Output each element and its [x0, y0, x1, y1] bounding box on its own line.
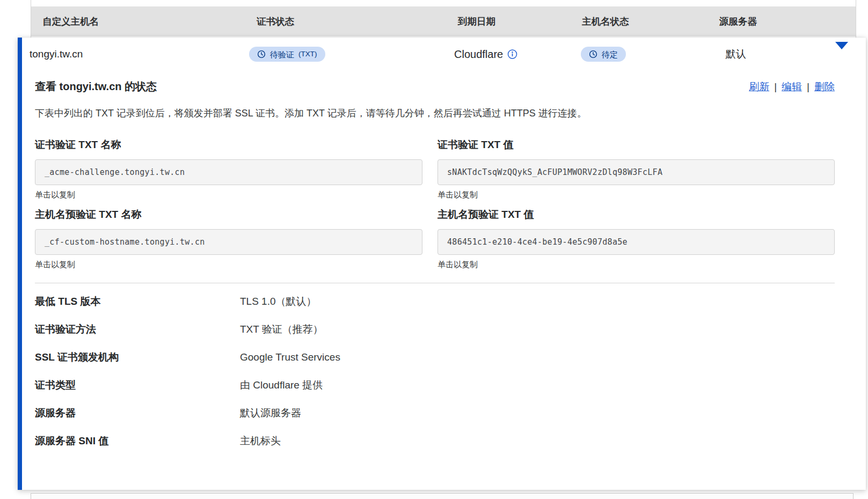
- property-value: 默认源服务器: [240, 406, 835, 420]
- property-label: 源服务器: [35, 406, 240, 420]
- row-actions: 刷新|编辑|删除: [749, 80, 835, 94]
- detail-title: 查看 tongyi.tw.cn 的状态: [35, 79, 157, 94]
- hostname-status-label: 待定: [602, 50, 618, 58]
- next-table-row-edge: [31, 493, 854, 499]
- cert-validation-txt-name-field: 证书验证 TXT 名称 _acme-challenge.tongyi.tw.cn…: [35, 133, 422, 200]
- txt-instructions-text: 下表中列出的 TXT 记录到位后，将颁发并部署 SSL 证书。添加 TXT 记录…: [35, 107, 835, 120]
- cert-status-label: 待验证: [270, 50, 294, 58]
- click-to-copy-hint: 单击以复制: [437, 260, 835, 270]
- click-to-copy-hint: 单击以复制: [35, 190, 422, 200]
- column-header-expiry-date: 到期日期: [458, 15, 495, 28]
- field-label: 证书验证 TXT 名称: [35, 138, 422, 152]
- chevron-down-icon[interactable]: [835, 42, 848, 58]
- cert-status-badge: 待验证 (TXT): [249, 47, 325, 62]
- refresh-link[interactable]: 刷新: [749, 81, 769, 92]
- property-value: 主机标头: [240, 434, 835, 448]
- property-label: 证书类型: [35, 378, 240, 392]
- hostname-preval-txt-value-field: 主机名预验证 TXT 值 486451c1-e210-4ce4-be19-4e5…: [437, 202, 835, 270]
- custom-hostnames-table: 自定义主机名 证书状态 到期日期 主机名状态 源服务器: [31, 0, 856, 38]
- property-row-origin-server: 源服务器 默认源服务器: [35, 399, 835, 427]
- expanded-hostname-row: tongyi.tw.cn 待验证 (TXT) Cloudflare: [18, 38, 866, 490]
- info-icon[interactable]: [507, 49, 517, 60]
- property-value: 由 Cloudflare 提供: [240, 378, 835, 392]
- hostname-value: tongyi.tw.cn: [30, 48, 83, 60]
- hostname-status-badge: 待定: [581, 47, 626, 62]
- cert-validation-txt-value-box[interactable]: sNAKTdcTsqWzQQykS_AcFUP1MWORV2zDlq98W3Fc…: [437, 159, 835, 185]
- column-header-origin-server: 源服务器: [719, 15, 757, 28]
- hostname-preval-txt-value-box[interactable]: 486451c1-e210-4ce4-be19-4e5c907d8a5e: [437, 229, 835, 255]
- cert-validation-txt-value-value: sNAKTdcTsqWzQQykS_AcFUP1MWORV2zDlq98W3Fc…: [447, 167, 662, 177]
- table-header-row: 自定义主机名 证书状态 到期日期 主机名状态 源服务器: [31, 6, 856, 36]
- hostname-preval-txt-name-field: 主机名预验证 TXT 名称 _cf-custom-hostname.tongyi…: [35, 202, 422, 270]
- cert-validation-txt-value-field: 证书验证 TXT 值 sNAKTdcTsqWzQQykS_AcFUP1MWORV…: [437, 133, 835, 200]
- column-header-custom-hostname: 自定义主机名: [42, 15, 99, 28]
- cert-validation-txt-name-box[interactable]: _acme-challenge.tongyi.tw.cn: [35, 159, 422, 185]
- column-header-hostname-status: 主机名状态: [582, 15, 629, 28]
- field-label: 证书验证 TXT 值: [437, 138, 835, 152]
- property-label: 最低 TLS 版本: [35, 295, 240, 309]
- hostname-summary-row: tongyi.tw.cn 待验证 (TXT) Cloudflare: [22, 38, 866, 71]
- edit-link[interactable]: 编辑: [782, 81, 802, 92]
- property-label: 证书验证方法: [35, 322, 240, 336]
- clock-icon: [257, 50, 266, 58]
- click-to-copy-hint: 单击以复制: [437, 190, 835, 200]
- field-label: 主机名预验证 TXT 值: [437, 208, 835, 222]
- property-value: TLS 1.0（默认）: [240, 295, 835, 309]
- cert-validation-txt-name-value: _acme-challenge.tongyi.tw.cn: [45, 167, 185, 177]
- property-label: SSL 证书颁发机构: [35, 350, 240, 364]
- field-label: 主机名预验证 TXT 名称: [35, 208, 422, 222]
- cert-status-method: (TXT): [298, 50, 317, 58]
- column-header-cert-status: 证书状态: [257, 15, 294, 28]
- expiry-value: Cloudflare: [454, 48, 503, 61]
- hostname-preval-txt-name-value: _cf-custom-hostname.tongyi.tw.cn: [45, 237, 205, 247]
- property-value: Google Trust Services: [240, 351, 835, 363]
- hostname-preval-txt-name-box[interactable]: _cf-custom-hostname.tongyi.tw.cn: [35, 229, 422, 255]
- origin-server-value: 默认: [726, 47, 746, 61]
- property-row-origin-sni: 源服务器 SNI 值 主机标头: [35, 427, 835, 455]
- action-separator: |: [807, 81, 809, 92]
- hostname-detail-panel: 查看 tongyi.tw.cn 的状态 刷新|编辑|删除 下表中列出的 TXT …: [22, 71, 866, 455]
- clock-icon: [589, 50, 597, 58]
- property-row-cert-authority: SSL 证书颁发机构 Google Trust Services: [35, 343, 835, 371]
- property-label: 源服务器 SNI 值: [35, 434, 240, 448]
- property-value: TXT 验证（推荐）: [240, 322, 835, 336]
- action-separator: |: [774, 81, 777, 92]
- property-row-cert-type: 证书类型 由 Cloudflare 提供: [35, 371, 835, 399]
- section-divider: [35, 283, 835, 283]
- click-to-copy-hint: 单击以复制: [35, 260, 422, 270]
- hostname-properties-list: 最低 TLS 版本 TLS 1.0（默认） 证书验证方法 TXT 验证（推荐） …: [35, 288, 835, 455]
- property-row-min-tls: 最低 TLS 版本 TLS 1.0（默认）: [35, 288, 835, 315]
- delete-link[interactable]: 删除: [814, 81, 835, 92]
- hostname-preval-txt-value-value: 486451c1-e210-4ce4-be19-4e5c907d8a5e: [447, 237, 628, 247]
- property-row-cert-validation-method: 证书验证方法 TXT 验证（推荐）: [35, 315, 835, 343]
